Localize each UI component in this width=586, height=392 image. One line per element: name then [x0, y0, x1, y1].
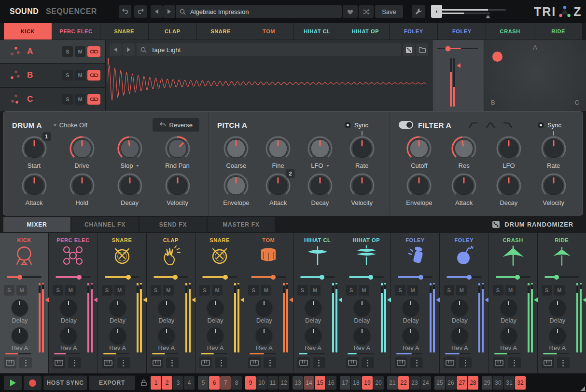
- xy-pad-handle[interactable]: [492, 52, 502, 62]
- channel-menu-button[interactable]: [19, 357, 32, 368]
- solo-button[interactable]: S: [297, 285, 308, 296]
- pan-handle[interactable]: [17, 275, 22, 280]
- sample-prev-button[interactable]: [110, 43, 122, 56]
- delay-send-knob[interactable]: [158, 299, 175, 316]
- keyboard-mode-button[interactable]: [444, 357, 456, 368]
- knob-dial[interactable]: [405, 135, 433, 162]
- mixer-channel-strip[interactable]: CLAP S M Delay Rev A: [147, 233, 195, 373]
- sequencer-step[interactable]: 28: [468, 376, 478, 390]
- channel-menu-button[interactable]: [362, 357, 374, 368]
- knob-dial[interactable]: [164, 135, 191, 162]
- delay-send-knob[interactable]: [549, 299, 566, 316]
- reverb-send-knob[interactable]: [403, 327, 419, 344]
- knob[interactable]: Rnd Pan: [159, 135, 196, 169]
- pan-slider[interactable]: [202, 276, 237, 278]
- layer-row[interactable]: C S M: [0, 88, 105, 111]
- window-resize-handle[interactable]: [580, 386, 585, 391]
- knob[interactable]: Drive: [64, 135, 100, 169]
- pan-handle[interactable]: [419, 275, 423, 280]
- mute-button[interactable]: M: [407, 285, 418, 296]
- channel-menu-button[interactable]: [117, 357, 130, 368]
- meter-peak-marker[interactable]: [94, 297, 98, 302]
- knob[interactable]: Res: [446, 135, 482, 169]
- knob-dial[interactable]: [540, 172, 567, 199]
- knob[interactable]: Cutoff: [401, 135, 437, 169]
- sample-browse-button[interactable]: [416, 43, 428, 56]
- meter-peak-marker[interactable]: [143, 297, 147, 302]
- knob-dial[interactable]: [223, 172, 250, 199]
- drum-pad[interactable]: SNARE: [100, 23, 148, 40]
- reverb-send-knob[interactable]: [207, 327, 223, 344]
- channel-menu-button[interactable]: [166, 357, 179, 368]
- layer-row[interactable]: A S M: [0, 40, 105, 63]
- sequencer-step[interactable]: 18: [351, 376, 362, 390]
- layer-link-button[interactable]: [87, 94, 100, 105]
- pan-handle[interactable]: [515, 275, 520, 280]
- knob[interactable]: Decay: [490, 172, 527, 206]
- keyboard-mode-button[interactable]: [346, 357, 359, 368]
- knob-dial[interactable]: [69, 172, 96, 199]
- drum-pad[interactable]: TOM: [245, 23, 293, 40]
- drum-pad[interactable]: PERC ELEC: [52, 23, 100, 40]
- layer-solo-button[interactable]: S: [62, 94, 73, 105]
- fx-tab[interactable]: CHANNEL FX: [71, 217, 139, 232]
- record-button[interactable]: [24, 376, 42, 390]
- meter-peak-marker[interactable]: [457, 63, 460, 68]
- reverb-send-knob[interactable]: [110, 327, 126, 344]
- channel-menu-button[interactable]: [557, 357, 570, 368]
- meter-peak-marker[interactable]: [289, 297, 293, 302]
- knob[interactable]: Attack: [16, 172, 53, 206]
- pan-handle[interactable]: [223, 275, 228, 280]
- knob[interactable]: 1 Start: [16, 135, 53, 169]
- pan-handle[interactable]: [554, 275, 559, 280]
- filter-type-selector[interactable]: [468, 122, 513, 128]
- knob[interactable]: Decay: [302, 172, 338, 206]
- sequencer-step[interactable]: 31: [504, 376, 515, 390]
- send-level-bar[interactable]: [348, 353, 374, 354]
- drum-pad[interactable]: HIHAT CL: [293, 23, 341, 40]
- reverb-send-knob[interactable]: [501, 327, 517, 344]
- save-button[interactable]: Save: [375, 5, 403, 18]
- solo-button[interactable]: S: [53, 285, 63, 296]
- drum-pad[interactable]: CLAP: [149, 23, 196, 40]
- pan-slider[interactable]: [56, 276, 90, 278]
- sequencer-step[interactable]: 7: [220, 376, 231, 390]
- knob-dial[interactable]: [21, 172, 48, 199]
- mixer-channel-strip[interactable]: FOLEY S M Delay Rev A: [391, 233, 439, 373]
- pan-slider[interactable]: [544, 276, 579, 278]
- mixer-channel-strip[interactable]: SNARE S M Delay Rev A: [98, 233, 146, 373]
- sequencer-step[interactable]: 30: [493, 376, 503, 390]
- drum-pad[interactable]: RIDE: [534, 23, 582, 40]
- sequencer-step[interactable]: 26: [446, 376, 456, 390]
- pan-slider[interactable]: [300, 276, 335, 278]
- knob[interactable]: Rate: [535, 135, 572, 169]
- sequencer-step[interactable]: 29: [482, 376, 492, 390]
- mute-button[interactable]: M: [505, 285, 516, 296]
- send-level-bar[interactable]: [103, 353, 129, 354]
- pan-slider[interactable]: [105, 276, 140, 278]
- keyboard-mode-button[interactable]: [297, 357, 310, 368]
- meter-peak-marker[interactable]: [240, 297, 244, 302]
- layer-solo-button[interactable]: S: [62, 46, 73, 57]
- reverb-send-knob[interactable]: [158, 327, 175, 344]
- pan-slider[interactable]: [251, 276, 286, 278]
- mute-button[interactable]: M: [65, 285, 76, 296]
- pan-slider[interactable]: [446, 276, 481, 278]
- drum-pad[interactable]: FOLEY: [390, 23, 437, 40]
- channel-menu-button[interactable]: [508, 357, 521, 368]
- export-button[interactable]: EXPORT: [89, 376, 135, 390]
- keyboard-mode-button[interactable]: [542, 357, 554, 368]
- sequencer-step[interactable]: 32: [515, 376, 526, 390]
- send-level-bar[interactable]: [152, 353, 178, 354]
- favorite-button[interactable]: [343, 5, 358, 18]
- delay-send-knob[interactable]: [110, 299, 126, 316]
- delay-send-knob[interactable]: [354, 299, 370, 316]
- knob[interactable]: Decay: [112, 172, 148, 206]
- knob[interactable]: Envelope: [218, 172, 254, 206]
- preset-next-button[interactable]: [163, 5, 175, 18]
- preset-prev-button[interactable]: [151, 5, 163, 18]
- output-slider-handle[interactable]: [486, 15, 490, 18]
- sequencer-step[interactable]: 20: [373, 376, 384, 390]
- channel-menu-button[interactable]: [68, 357, 81, 368]
- solo-button[interactable]: S: [395, 285, 405, 296]
